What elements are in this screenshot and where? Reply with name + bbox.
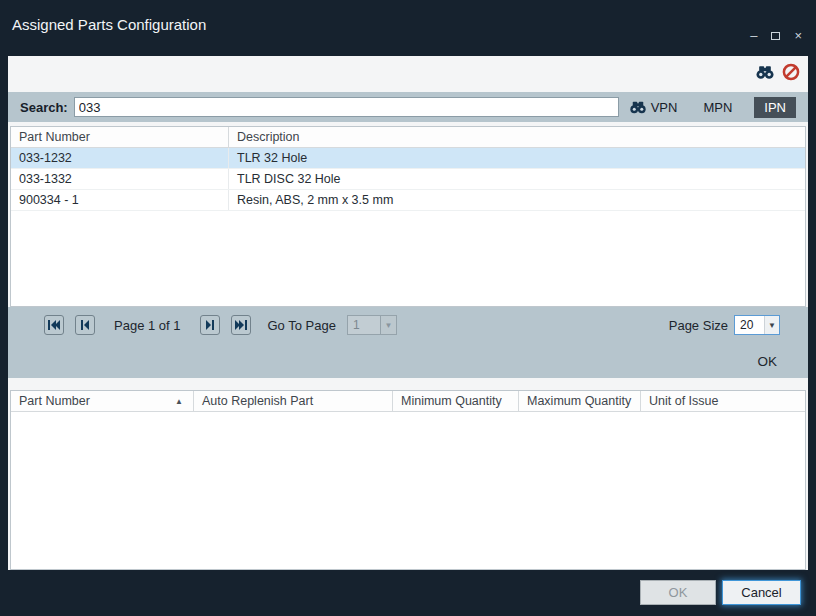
page-size-value: 20 [735,316,764,334]
previous-page-icon[interactable] [75,315,95,335]
results-header-part-number[interactable]: Part Number [11,127,229,147]
cell-part-number: 900334 - 1 [11,190,229,210]
assigned-parts-table: Part Number ▲ Auto Replenish Part Minimu… [10,390,806,570]
assigned-header-part-number[interactable]: Part Number ▲ [11,391,194,411]
title-bar: Assigned Parts Configuration [0,0,816,56]
last-page-icon[interactable] [231,315,251,335]
dialog-window: Assigned Parts Configuration – × [0,0,816,616]
minimize-icon[interactable]: – [750,29,757,42]
goto-page-combo[interactable]: 1 ▼ [347,315,397,335]
dialog-content: Search: VPN MPN IPN [8,56,808,570]
maximize-icon[interactable] [771,26,780,44]
chevron-down-icon: ▼ [764,316,779,334]
assigned-header-row: Part Number ▲ Auto Replenish Part Minimu… [11,391,805,412]
filter-vpn[interactable]: VPN [647,97,682,118]
page-status: Page 1 of 1 [114,318,181,333]
goto-page-label: Go To Page [268,318,336,333]
pager-controls: Page 1 of 1 Go To Page 1 [44,315,397,335]
binoculars-icon[interactable] [754,61,776,83]
toolbar [754,61,802,83]
cancel-button[interactable]: Cancel [722,580,801,605]
cell-part-number: 033-1232 [11,148,229,168]
search-results-table: Part Number Description 033-1232 TLR 32 … [10,126,806,307]
goto-page-value: 1 [348,316,380,334]
first-page-icon[interactable] [44,315,64,335]
cell-description: TLR 32 Hole [229,148,805,168]
table-row[interactable]: 033-1332 TLR DISC 32 Hole [11,169,805,190]
page-size-group: Page Size 20 ▼ [669,315,780,335]
filter-ipn[interactable]: IPN [754,97,796,118]
sort-ascending-icon: ▲ [175,397,185,406]
table-row[interactable]: 033-1232 TLR 32 Hole [11,148,805,169]
filter-mpn[interactable]: MPN [699,97,736,118]
search-input[interactable] [74,97,619,117]
results-header-description[interactable]: Description [229,127,805,147]
table-row[interactable]: 900334 - 1 Resin, ABS, 2 mm x 3.5 mm [11,190,805,211]
window-controls: – × [750,26,802,44]
search-filter-group: VPN MPN IPN [647,97,796,118]
dialog-footer: OK Cancel [640,580,801,605]
pagination-panel: Page 1 of 1 Go To Page 1 [8,307,808,378]
page-size-label: Page Size [669,318,728,333]
selection-ok-link[interactable]: OK [757,354,777,369]
assigned-header-auto-replenish[interactable]: Auto Replenish Part [194,391,393,411]
block-icon[interactable] [780,61,802,83]
chevron-down-icon: ▼ [380,316,396,334]
window-title: Assigned Parts Configuration [12,16,206,33]
cell-description: TLR DISC 32 Hole [229,169,805,189]
close-icon[interactable]: × [794,29,802,42]
cell-part-number: 033-1332 [11,169,229,189]
ok-button[interactable]: OK [640,580,716,605]
search-binoculars-icon[interactable] [629,98,647,116]
cell-description: Resin, ABS, 2 mm x 3.5 mm [229,190,805,210]
page-size-combo[interactable]: 20 ▼ [734,315,780,335]
search-panel: Search: VPN MPN IPN [8,92,808,122]
search-label: Search: [20,100,68,115]
assigned-header-min-quantity[interactable]: Minimum Quantity [393,391,519,411]
results-header-row: Part Number Description [11,127,805,148]
next-page-icon[interactable] [200,315,220,335]
assigned-header-unit-of-issue[interactable]: Unit of Issue [641,391,805,411]
assigned-header-max-quantity[interactable]: Maximum Quantity [519,391,641,411]
